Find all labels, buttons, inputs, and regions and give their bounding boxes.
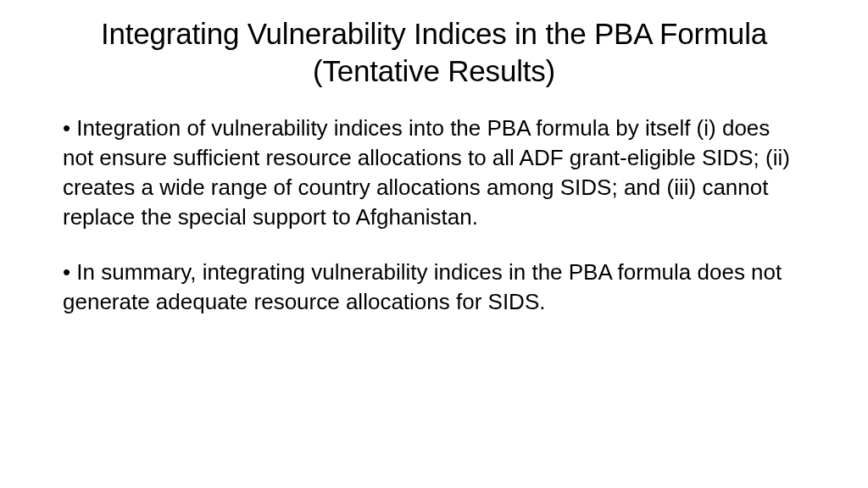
slide-title: Integrating Vulnerability Indices in the… [59, 15, 809, 90]
bullet-item: • In summary, integrating vulnerability … [63, 258, 805, 317]
bullet-item: • Integration of vulnerability indices i… [63, 114, 805, 232]
slide-body: • Integration of vulnerability indices i… [59, 114, 809, 318]
